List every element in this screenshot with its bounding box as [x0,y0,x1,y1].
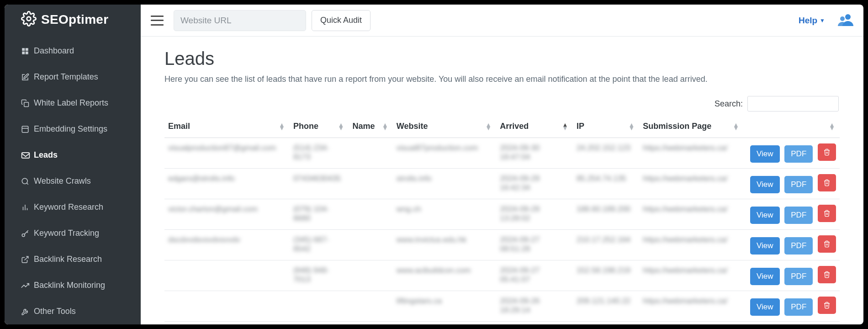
cell-submission: https://webmarketers.ca/ [639,260,744,291]
quick-audit-button[interactable]: Quick Audit [312,10,370,31]
sidebar-item-label: Keyword Research [34,202,103,212]
col-header-email[interactable]: Email▲▼ [164,115,290,138]
col-header-actions[interactable]: ▲▼ [744,115,840,138]
sidebar-item-white-label[interactable]: White Label Reports [5,90,141,116]
pdf-button[interactable]: PDF [784,268,813,285]
cell-arrived: 2024-09-30 18:47:04 [496,138,573,169]
cell-phone [290,291,349,322]
cell-name [349,199,392,230]
sidebar-item-keyword-research[interactable]: Keyword Research [5,194,141,220]
view-button[interactable]: View [750,268,780,285]
cell-email [164,291,290,322]
view-button[interactable]: View [750,145,780,163]
sidebar-item-report-templates[interactable]: Report Templates [5,64,141,90]
view-button[interactable]: View [750,207,780,224]
leads-table: Email▲▼ Phone▲▼ Name▲▼ Website▲▼ Arrived… [164,115,840,322]
embed-icon [21,125,34,133]
pdf-button[interactable]: PDF [784,176,813,193]
svg-rect-6 [22,126,28,133]
cell-name [349,169,392,199]
col-header-arrived[interactable]: Arrived▲▼ [496,115,573,138]
cell-phone: 07434630435 [290,169,349,199]
people-icon[interactable] [838,13,853,28]
mail-icon [21,152,34,159]
delete-button[interactable] [818,174,836,191]
sort-icon: ▲▼ [279,123,285,130]
logo-text: SEOptimer [41,12,108,27]
trend-icon [21,281,34,290]
table-row: edgars@strolis.info 07434630435 strolis.… [164,169,840,199]
sidebar-item-label: Leads [34,150,58,160]
table-row: (948) 948-7013 www.acibuildcon.com 2024-… [164,260,840,291]
cell-actions: View PDF [744,260,840,291]
delete-button[interactable] [818,205,836,222]
sidebar-item-label: Website Crawls [34,176,91,186]
cell-actions: View PDF [744,199,840,230]
col-header-website[interactable]: Website▲▼ [393,115,496,138]
cell-actions: View PDF [744,291,840,322]
external-link-icon [21,255,34,264]
pdf-button[interactable]: PDF [784,207,813,224]
svg-rect-5 [24,102,29,106]
page-title: Leads [164,48,840,69]
nav: Dashboard Report Templates White Label R… [5,34,141,324]
pdf-button[interactable]: PDF [784,298,813,316]
url-input[interactable] [174,10,306,31]
cell-arrived: 2024-09-27 05:41:07 [496,260,573,291]
search-label: Search: [715,99,743,109]
logo[interactable]: SEOptimer [5,5,141,34]
delete-button[interactable] [818,266,836,283]
cell-actions: View PDF [744,230,840,260]
cell-phone: (345) 687-6542 [290,230,349,260]
cell-email: victor.charton@gmail.com [164,199,290,230]
svg-rect-1 [22,48,25,51]
search-icon [21,177,34,186]
delete-button[interactable] [818,297,836,314]
sidebar-item-label: Other Tools [34,307,76,316]
help-dropdown[interactable]: Help ▼ [799,16,825,26]
sidebar-item-leads[interactable]: Leads [5,142,141,168]
cell-email [164,260,290,291]
cell-website: liftingstars.ca [393,291,496,322]
cell-submission: https://webmarketers.ca/ [639,169,744,199]
col-header-submission[interactable]: Submission Page▲▼ [639,115,744,138]
pdf-button[interactable]: PDF [784,145,813,163]
sidebar-item-crawls[interactable]: Website Crawls [5,168,141,194]
table-row: liftingstars.ca 2024-09-26 18:29:14 209.… [164,291,840,322]
delete-button[interactable] [818,143,836,161]
cell-phone: (948) 948-7013 [290,260,349,291]
view-button[interactable]: View [750,176,780,193]
cell-ip: 210.17.252.164 [573,230,639,260]
search-input[interactable] [747,96,839,111]
menu-toggle-icon[interactable] [151,16,164,26]
table-row: dscdxvdsvsvdvsvvdv (345) 687-6542 www.in… [164,230,840,260]
col-header-ip[interactable]: IP▲▼ [573,115,639,138]
view-button[interactable]: View [750,237,780,255]
sidebar-item-keyword-tracking[interactable]: Keyword Tracking [5,220,141,246]
delete-button[interactable] [818,235,836,253]
sidebar-item-other-tools[interactable]: Other Tools [5,298,141,324]
svg-point-19 [840,16,845,21]
svg-rect-4 [26,51,28,54]
sort-icon: ▲▼ [382,123,388,130]
view-button[interactable]: View [750,298,780,316]
sidebar-item-label: Keyword Tracking [34,228,99,238]
pdf-button[interactable]: PDF [784,237,813,255]
sidebar-item-backlink-research[interactable]: Backlink Research [5,246,141,272]
cell-arrived: 2024-09-29 16:42:34 [496,169,573,199]
cell-website: www.invictus.edu.hk [393,230,496,260]
sidebar-item-embedding[interactable]: Embedding Settings [5,116,141,142]
sidebar-item-backlink-monitoring[interactable]: Backlink Monitoring [5,272,141,298]
svg-rect-3 [22,51,25,54]
edit-icon [21,73,34,81]
cell-arrived: 2024-09-26 18:29:14 [496,291,573,322]
col-header-name[interactable]: Name▲▼ [349,115,392,138]
sort-icon: ▲▼ [485,123,492,130]
cell-ip: 85.254.74.135 [573,169,639,199]
sidebar-item-dashboard[interactable]: Dashboard [5,38,141,64]
col-header-phone[interactable]: Phone▲▼ [290,115,349,138]
cell-submission: https://webmarketers.ca/ [639,138,744,169]
cell-ip: 152.58.198.219 [573,260,639,291]
svg-rect-2 [26,48,28,51]
chevron-down-icon: ▼ [820,17,825,24]
